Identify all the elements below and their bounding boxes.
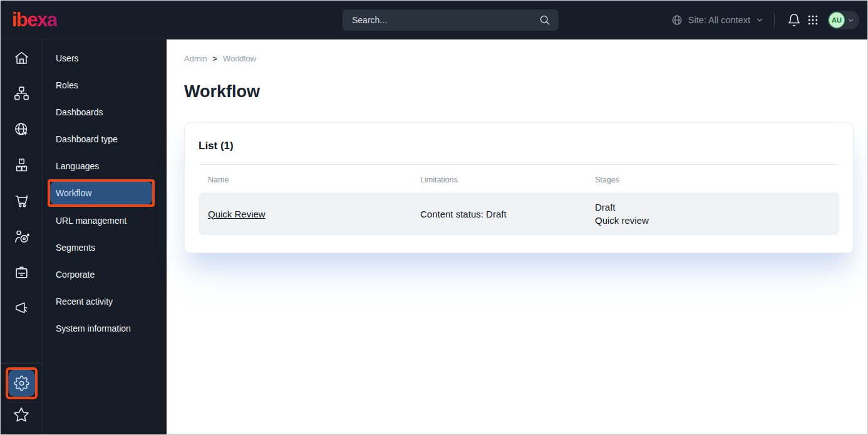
rail-item-home[interactable] bbox=[1, 40, 42, 76]
icon-rail bbox=[1, 39, 43, 434]
topbar: ibexa Site: All context bbox=[1, 1, 867, 39]
search-icon[interactable] bbox=[539, 14, 551, 26]
sitemap-icon bbox=[13, 85, 30, 102]
rail-separator-short bbox=[7, 402, 36, 402]
table-header: Name Limitations Stages bbox=[199, 165, 839, 192]
workflow-list-card: List (1) Name Limitations Stages Quick R… bbox=[184, 122, 854, 253]
breadcrumb-workflow[interactable]: Workflow bbox=[223, 54, 256, 63]
column-header-limitations: Limitations bbox=[420, 176, 595, 184]
annotation-highlight-workflow: Workflow bbox=[48, 179, 155, 207]
menu-label: System information bbox=[56, 323, 131, 333]
rail-item-corporate[interactable] bbox=[1, 254, 42, 290]
gear-icon bbox=[14, 375, 29, 391]
global-search[interactable] bbox=[343, 9, 559, 31]
bell-icon bbox=[787, 13, 801, 27]
grid-icon bbox=[807, 14, 819, 26]
column-header-stages: Stages bbox=[595, 176, 839, 184]
sidebar-item-dashboard-type[interactable]: Dashboard type bbox=[43, 125, 167, 152]
site-context-selector[interactable]: Site: All context bbox=[671, 14, 764, 26]
avatar: AU bbox=[829, 12, 845, 28]
menu-label: Workflow bbox=[56, 188, 91, 198]
menu-label: Users bbox=[56, 53, 79, 63]
topbar-right-cluster: Site: All context bbox=[671, 1, 859, 39]
sidebar-item-users[interactable]: Users bbox=[43, 45, 167, 71]
page-title: Workflow bbox=[184, 82, 867, 102]
rail-item-admin[interactable] bbox=[8, 370, 35, 397]
breadcrumb: Admin > Workflow bbox=[184, 54, 867, 63]
row-stages: Draft Quick review bbox=[595, 201, 839, 227]
sidebar-item-recent-activity[interactable]: Recent activity bbox=[43, 288, 167, 315]
sidebar-item-url-management[interactable]: URL management bbox=[43, 207, 167, 234]
globe-icon bbox=[671, 14, 683, 26]
sidebar-item-languages[interactable]: Languages bbox=[43, 152, 167, 179]
stage-item: Quick review bbox=[595, 214, 839, 227]
app-body: Users Roles Dashboards Dashboard type La… bbox=[1, 39, 867, 434]
rail-item-products[interactable] bbox=[1, 147, 42, 183]
rail-separator bbox=[1, 363, 42, 364]
rail-item-bookmarks[interactable] bbox=[1, 406, 42, 424]
ibexa-logo[interactable]: ibexa bbox=[12, 9, 57, 31]
star-icon bbox=[13, 406, 30, 424]
stage-item: Draft bbox=[595, 201, 839, 214]
list-heading: List (1) bbox=[199, 123, 839, 152]
badge-icon bbox=[13, 264, 30, 281]
menu-label: URL management bbox=[56, 216, 127, 226]
sidebar-item-dashboards[interactable]: Dashboards bbox=[43, 98, 167, 125]
chevron-down-icon bbox=[755, 16, 764, 24]
app-switcher-button[interactable] bbox=[803, 11, 822, 29]
row-limitations: Content status: Draft bbox=[420, 209, 595, 219]
rail-item-personalization[interactable] bbox=[1, 219, 42, 254]
menu-label: Corporate bbox=[56, 270, 95, 280]
menu-label: Roles bbox=[56, 80, 78, 90]
topbar-divider bbox=[774, 13, 775, 28]
notifications-button[interactable] bbox=[785, 11, 803, 29]
globe-cursor-icon bbox=[13, 121, 30, 138]
menu-label: Dashboards bbox=[56, 107, 103, 117]
boxes-icon bbox=[13, 157, 30, 174]
sidebar-item-workflow[interactable]: Workflow bbox=[50, 182, 152, 204]
admin-menu: Users Roles Dashboards Dashboard type La… bbox=[43, 39, 167, 434]
home-icon bbox=[13, 50, 30, 66]
rail-bottom-group bbox=[1, 363, 42, 434]
rail-item-commerce[interactable] bbox=[1, 183, 42, 219]
app-window: ibexa Site: All context bbox=[0, 0, 868, 435]
sidebar-item-corporate[interactable]: Corporate bbox=[43, 261, 167, 288]
workflow-link-quick-review[interactable]: Quick Review bbox=[208, 209, 266, 219]
table-row: Quick Review Content status: Draft Draft… bbox=[199, 192, 839, 235]
menu-label: Recent activity bbox=[56, 296, 113, 307]
breadcrumb-admin[interactable]: Admin bbox=[184, 54, 207, 63]
rail-item-content-structure[interactable] bbox=[1, 76, 42, 112]
search-input[interactable] bbox=[352, 15, 539, 25]
menu-label: Languages bbox=[56, 161, 99, 171]
main-content: Admin > Workflow Workflow List (1) Name … bbox=[167, 39, 867, 434]
sidebar-item-system-information[interactable]: System information bbox=[43, 315, 167, 342]
menu-label: Dashboard type bbox=[56, 134, 118, 144]
menu-label: Segments bbox=[56, 243, 95, 253]
megaphone-icon bbox=[13, 300, 30, 317]
cart-icon bbox=[13, 192, 30, 209]
rail-item-campaign[interactable] bbox=[1, 290, 42, 326]
rail-top-group bbox=[1, 39, 42, 326]
sidebar-item-segments[interactable]: Segments bbox=[43, 234, 167, 261]
chevron-down-icon bbox=[847, 16, 855, 24]
rail-item-site[interactable] bbox=[1, 112, 42, 147]
person-target-icon bbox=[13, 228, 30, 245]
sidebar-item-roles[interactable]: Roles bbox=[43, 71, 167, 98]
column-header-name: Name bbox=[208, 176, 420, 184]
user-menu[interactable]: AU bbox=[827, 11, 859, 29]
annotation-highlight-admin bbox=[6, 367, 38, 399]
breadcrumb-separator: > bbox=[213, 55, 217, 63]
site-context-label: Site: All context bbox=[688, 15, 750, 25]
